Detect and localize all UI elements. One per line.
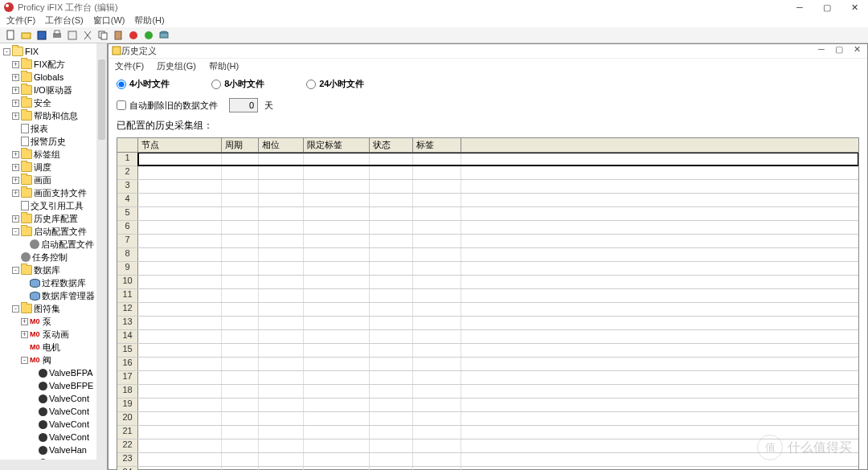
row-number[interactable]: 8	[117, 248, 138, 261]
table-row[interactable]: 2	[117, 166, 858, 180]
tool-open[interactable]	[20, 29, 33, 42]
grid-cell[interactable]	[222, 289, 259, 302]
grid-cell[interactable]	[138, 358, 222, 370]
grid-cell[interactable]	[304, 235, 370, 247]
maximize-button[interactable]: ▢	[813, 0, 841, 14]
grid-cell[interactable]	[138, 317, 222, 329]
tree-item[interactable]: ValveCont	[0, 431, 107, 443]
autodelete-days-input[interactable]	[229, 98, 258, 112]
grid-cell[interactable]	[304, 439, 370, 452]
row-number[interactable]: 16	[117, 358, 138, 370]
grid-cell[interactable]	[304, 262, 370, 275]
grid-cell[interactable]	[138, 439, 222, 452]
grid-cell[interactable]	[413, 330, 461, 343]
tree-twisty[interactable]: +	[12, 61, 19, 68]
tree-item[interactable]: 过程数据库	[0, 276, 107, 289]
tree-item[interactable]: ValveCont	[0, 392, 107, 405]
tree-twisty[interactable]: +	[21, 331, 28, 338]
tree-item[interactable]: 交叉引用工具	[0, 199, 107, 212]
grid-cell[interactable]	[222, 276, 259, 288]
grid-cell[interactable]	[222, 303, 259, 316]
grid-cell[interactable]	[370, 439, 413, 452]
grid-cell[interactable]	[259, 412, 304, 425]
autodelete-checkbox[interactable]	[117, 100, 126, 110]
grid-cell[interactable]	[222, 358, 259, 370]
grid-cell[interactable]	[222, 317, 259, 329]
tree-twisty[interactable]: -	[12, 228, 19, 235]
tree-twisty[interactable]: +	[12, 87, 19, 94]
grid-cell[interactable]	[304, 303, 370, 316]
grid-cell[interactable]	[304, 194, 370, 206]
grid-cell[interactable]	[259, 166, 304, 179]
row-number[interactable]: 19	[117, 398, 138, 411]
grid-cell[interactable]	[413, 398, 461, 411]
grid-cell[interactable]	[222, 439, 259, 452]
grid-cell[interactable]	[304, 207, 370, 220]
grid-cell[interactable]	[413, 194, 461, 206]
row-number[interactable]: 9	[117, 262, 138, 275]
tree-item[interactable]: +标签组	[0, 148, 107, 161]
menu-window[interactable]: 窗口(W)	[93, 14, 125, 27]
table-row[interactable]: 6	[117, 221, 858, 235]
row-number[interactable]: 20	[117, 412, 138, 425]
grid-cell[interactable]	[304, 467, 370, 470]
tool-green[interactable]	[142, 29, 155, 42]
tree-twisty[interactable]: +	[21, 318, 28, 325]
grid-cell[interactable]	[304, 398, 370, 411]
grid-cell[interactable]	[259, 358, 304, 370]
row-number[interactable]: 21	[117, 426, 138, 439]
table-row[interactable]: 11	[117, 289, 858, 303]
tree-twisty[interactable]: -	[12, 305, 19, 313]
grid-cell[interactable]	[413, 467, 461, 470]
grid-cell[interactable]	[222, 371, 259, 384]
grid-cell[interactable]	[304, 358, 370, 370]
tree-item[interactable]: -启动配置文件	[0, 225, 107, 238]
table-row[interactable]: 16	[117, 358, 858, 371]
tree-item[interactable]: +帮助和信息	[0, 109, 107, 122]
grid-cell[interactable]	[259, 426, 304, 439]
tool-print[interactable]	[51, 29, 63, 42]
row-number[interactable]: 15	[117, 344, 138, 357]
tree-twisty[interactable]: +	[12, 151, 19, 158]
tree-twisty[interactable]: +	[12, 190, 19, 197]
grid-cell[interactable]	[259, 276, 304, 288]
grid-cell[interactable]	[370, 426, 413, 439]
table-row[interactable]: 7	[117, 235, 858, 248]
grid-cell[interactable]	[259, 289, 304, 302]
grid-cell[interactable]	[370, 344, 413, 357]
tree-twisty[interactable]: -	[21, 357, 28, 364]
tree-item[interactable]: +Globals	[0, 71, 107, 84]
grid-cell[interactable]	[370, 385, 413, 398]
table-row[interactable]: 15	[117, 344, 858, 358]
grid-cell[interactable]	[413, 317, 461, 329]
radio-input[interactable]	[117, 80, 126, 89]
grid-cell[interactable]	[138, 289, 222, 302]
tool-preview[interactable]	[66, 29, 79, 42]
row-number[interactable]: 5	[117, 207, 138, 220]
grid-cell[interactable]	[304, 426, 370, 439]
row-number[interactable]: 11	[117, 289, 138, 302]
grid-cell[interactable]	[259, 371, 304, 384]
grid-cell[interactable]	[138, 330, 222, 343]
grid-cell[interactable]	[259, 330, 304, 343]
grid-cell[interactable]	[413, 248, 461, 261]
tree-item[interactable]: +M0泵	[0, 315, 107, 328]
tree-item[interactable]: M0电机	[0, 341, 107, 354]
tool-db[interactable]	[158, 29, 170, 42]
table-row[interactable]: 12	[117, 303, 858, 317]
grid-cell[interactable]	[138, 194, 222, 206]
grid-cell[interactable]	[370, 371, 413, 384]
grid-cell[interactable]	[370, 262, 413, 275]
grid-cell[interactable]	[370, 180, 413, 193]
grid-cell[interactable]	[259, 453, 304, 466]
tree-item[interactable]: +FIX配方	[0, 58, 107, 71]
grid-cell[interactable]	[413, 426, 461, 439]
grid-cell[interactable]	[222, 153, 259, 166]
table-row[interactable]: 17	[117, 371, 858, 385]
radio-input[interactable]	[211, 80, 221, 89]
tree-twisty[interactable]: -	[12, 267, 19, 274]
table-row[interactable]: 20	[117, 412, 858, 426]
grid-cell[interactable]	[304, 166, 370, 179]
grid-cell[interactable]	[370, 412, 413, 425]
grid-cell[interactable]	[138, 371, 222, 384]
